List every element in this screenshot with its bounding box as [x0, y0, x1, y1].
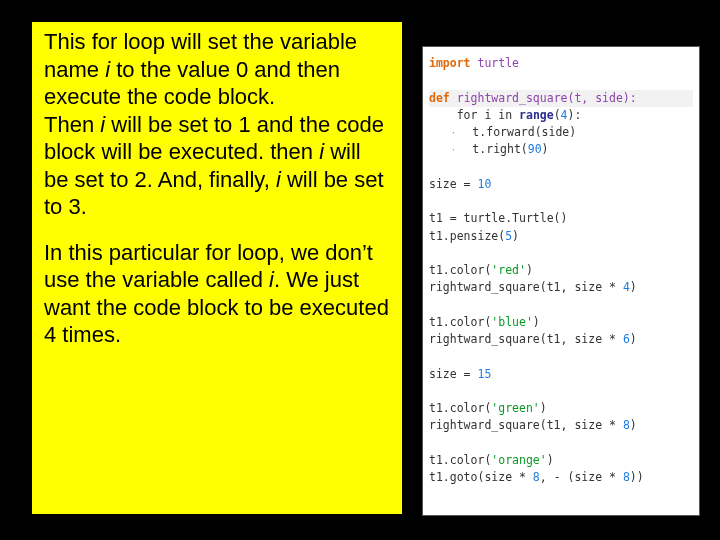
num: 90 — [528, 142, 542, 156]
text: ) — [512, 229, 519, 243]
code-line-blank — [429, 383, 693, 400]
code-line: t1.color('green') — [429, 400, 693, 417]
code-line: rightward_square(t1, size * 6) — [429, 331, 693, 348]
code-line: for i in range(4): — [429, 107, 693, 124]
text: t1.pensize( — [429, 229, 505, 243]
code-line: size = 10 — [429, 176, 693, 193]
text: t1.color( — [429, 263, 491, 277]
str: 'orange' — [491, 453, 546, 467]
code-line: rightward_square(t1, size * 4) — [429, 279, 693, 296]
num: 4 — [623, 280, 630, 294]
code-line-blank — [429, 245, 693, 262]
text: ) — [547, 453, 554, 467]
num: 10 — [477, 177, 491, 191]
code-line: def rightward_square(t, side): — [429, 90, 693, 107]
kw-def: def — [429, 91, 450, 105]
text: t1.color( — [429, 453, 491, 467]
text: t1.goto(size * — [429, 470, 533, 484]
str: 'blue' — [491, 315, 533, 329]
str: 'green' — [491, 401, 539, 415]
num: 8 — [623, 470, 630, 484]
text: )) — [630, 470, 644, 484]
code-line-blank — [429, 297, 693, 314]
code-line-blank — [429, 193, 693, 210]
text: t1.color( — [429, 401, 491, 415]
kw-import: import — [429, 56, 471, 70]
str: 'red' — [491, 263, 526, 277]
text: in — [491, 108, 519, 122]
text: ): — [568, 108, 582, 122]
num: 8 — [533, 470, 540, 484]
text: rightward_square(t1, size * — [429, 280, 623, 294]
text: ( — [554, 108, 561, 122]
code-line: rightward_square(t1, size * 8) — [429, 417, 693, 434]
code-line: · t.forward(side) — [429, 124, 693, 141]
text: ) — [540, 401, 547, 415]
text: t1.color( — [429, 315, 491, 329]
code-line-blank — [429, 435, 693, 452]
fn-range: range — [519, 108, 554, 122]
indent-dot: · — [429, 145, 472, 155]
explanation-box: This for loop will set the variable name… — [32, 22, 402, 514]
text: ) — [630, 280, 637, 294]
num: 4 — [561, 108, 568, 122]
code-line-blank — [429, 348, 693, 365]
text: ) — [533, 315, 540, 329]
num: 8 — [623, 418, 630, 432]
text: ) — [630, 332, 637, 346]
text: rightward_square(t1, size * — [429, 418, 623, 432]
text: ) — [542, 142, 549, 156]
text: ) — [526, 263, 533, 277]
text: ) — [630, 418, 637, 432]
text: size = — [429, 177, 477, 191]
num: 6 — [623, 332, 630, 346]
code-line: t1 = turtle.Turtle() — [429, 210, 693, 227]
fn-name: rightward_square(t, side): — [450, 91, 637, 105]
code-editor: import turtle def rightward_square(t, si… — [422, 46, 700, 516]
text: t1 = turtle.Turtle() — [429, 211, 567, 225]
text: Then — [44, 112, 100, 137]
paragraph-2: In this particular for loop, we don’t us… — [44, 239, 390, 349]
code-line: · t.right(90) — [429, 141, 693, 158]
text: t.right( — [472, 142, 527, 156]
text: rightward_square(t1, size * — [429, 332, 623, 346]
paragraph-1: This for loop will set the variable name… — [44, 28, 390, 221]
code-line-blank — [429, 159, 693, 176]
code-line: t1.color('blue') — [429, 314, 693, 331]
indent-dot: · — [429, 128, 472, 138]
text: for — [429, 108, 484, 122]
code-line-blank — [429, 72, 693, 89]
code-line: size = 15 — [429, 366, 693, 383]
text: size = — [429, 367, 477, 381]
code-line: t1.color('orange') — [429, 452, 693, 469]
mod-turtle: turtle — [471, 56, 519, 70]
text: t.forward(side) — [472, 125, 576, 139]
code-line: import turtle — [429, 55, 693, 72]
text: , - (size * — [540, 470, 623, 484]
code-line: t1.pensize(5) — [429, 228, 693, 245]
code-line: t1.goto(size * 8, - (size * 8)) — [429, 469, 693, 486]
num: 15 — [477, 367, 491, 381]
code-line: t1.color('red') — [429, 262, 693, 279]
